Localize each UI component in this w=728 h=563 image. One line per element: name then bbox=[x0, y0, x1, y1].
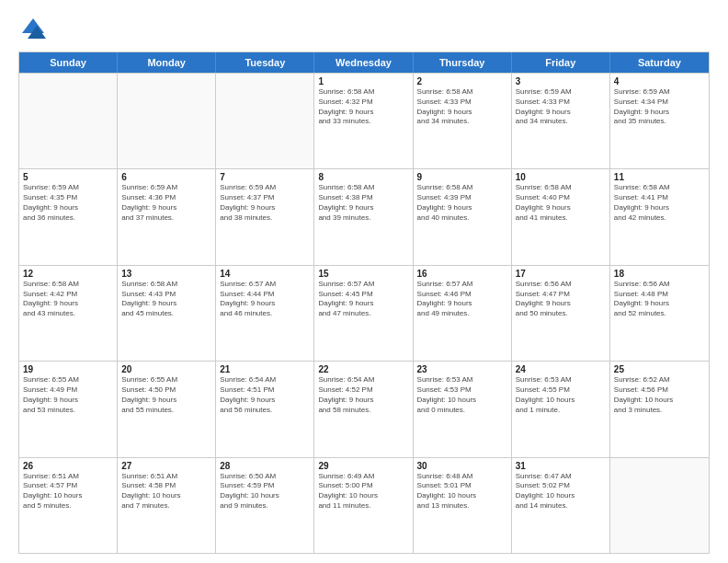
calendar-cell: 21Sunrise: 6:54 AMSunset: 4:51 PMDayligh… bbox=[216, 362, 314, 456]
day-number: 24 bbox=[516, 364, 606, 374]
calendar-cell: 12Sunrise: 6:58 AMSunset: 4:42 PMDayligh… bbox=[19, 266, 118, 361]
calendar-cell: 18Sunrise: 6:56 AMSunset: 4:48 PMDayligh… bbox=[610, 266, 709, 361]
day-info: Sunrise: 6:47 AMSunset: 5:02 PMDaylight:… bbox=[516, 472, 606, 511]
calendar-cell: 14Sunrise: 6:57 AMSunset: 4:44 PMDayligh… bbox=[216, 266, 314, 361]
calendar-cell: 3Sunrise: 6:59 AMSunset: 4:33 PMDaylight… bbox=[512, 74, 610, 168]
day-info: Sunrise: 6:55 AMSunset: 4:50 PMDaylight:… bbox=[121, 375, 211, 415]
calendar-cell: 25Sunrise: 6:52 AMSunset: 4:56 PMDayligh… bbox=[610, 362, 709, 456]
calendar-cell: 9Sunrise: 6:58 AMSunset: 4:39 PMDaylight… bbox=[414, 169, 512, 264]
day-number: 15 bbox=[318, 269, 408, 279]
weekday-header: Saturday bbox=[610, 52, 709, 73]
day-info: Sunrise: 6:58 AMSunset: 4:40 PMDaylight:… bbox=[516, 183, 606, 223]
calendar-cell: 5Sunrise: 6:59 AMSunset: 4:35 PMDaylight… bbox=[19, 169, 118, 264]
calendar-cell: 7Sunrise: 6:59 AMSunset: 4:37 PMDaylight… bbox=[216, 169, 314, 264]
calendar-cell: 27Sunrise: 6:51 AMSunset: 4:58 PMDayligh… bbox=[118, 458, 216, 553]
weekday-header: Friday bbox=[512, 52, 610, 73]
day-number: 29 bbox=[318, 461, 408, 471]
day-info: Sunrise: 6:59 AMSunset: 4:37 PMDaylight:… bbox=[220, 183, 310, 223]
day-number: 8 bbox=[318, 172, 408, 182]
day-number: 18 bbox=[614, 269, 705, 279]
calendar-cell: 6Sunrise: 6:59 AMSunset: 4:36 PMDaylight… bbox=[118, 169, 216, 264]
day-info: Sunrise: 6:50 AMSunset: 4:59 PMDaylight:… bbox=[220, 472, 310, 511]
calendar-cell bbox=[19, 74, 118, 168]
calendar-cell: 10Sunrise: 6:58 AMSunset: 4:40 PMDayligh… bbox=[512, 169, 610, 264]
calendar-cell: 16Sunrise: 6:57 AMSunset: 4:46 PMDayligh… bbox=[414, 266, 512, 361]
day-info: Sunrise: 6:58 AMSunset: 4:32 PMDaylight:… bbox=[318, 87, 408, 127]
day-info: Sunrise: 6:58 AMSunset: 4:41 PMDaylight:… bbox=[614, 183, 705, 223]
day-info: Sunrise: 6:56 AMSunset: 4:47 PMDaylight:… bbox=[516, 280, 606, 319]
calendar-cell: 2Sunrise: 6:58 AMSunset: 4:33 PMDaylight… bbox=[414, 74, 512, 168]
weekday-header: Wednesday bbox=[314, 52, 413, 73]
day-number: 16 bbox=[417, 269, 507, 279]
day-number: 2 bbox=[417, 76, 507, 86]
day-number: 17 bbox=[516, 269, 606, 279]
svg-marker-0 bbox=[22, 18, 44, 33]
day-number: 12 bbox=[23, 269, 113, 279]
day-info: Sunrise: 6:58 AMSunset: 4:43 PMDaylight:… bbox=[121, 280, 211, 319]
day-number: 5 bbox=[23, 172, 113, 182]
day-info: Sunrise: 6:57 AMSunset: 4:44 PMDaylight:… bbox=[220, 280, 310, 319]
day-info: Sunrise: 6:58 AMSunset: 4:38 PMDaylight:… bbox=[318, 183, 408, 223]
day-number: 9 bbox=[417, 172, 507, 182]
day-number: 7 bbox=[220, 172, 310, 182]
day-number: 1 bbox=[318, 76, 408, 86]
day-number: 25 bbox=[614, 364, 705, 374]
day-number: 28 bbox=[220, 461, 310, 471]
day-info: Sunrise: 6:56 AMSunset: 4:48 PMDaylight:… bbox=[614, 280, 705, 319]
calendar-cell bbox=[610, 458, 709, 553]
calendar-cell: 17Sunrise: 6:56 AMSunset: 4:47 PMDayligh… bbox=[512, 266, 610, 361]
calendar: SundayMondayTuesdayWednesdayThursdayFrid… bbox=[18, 52, 710, 554]
day-info: Sunrise: 6:59 AMSunset: 4:34 PMDaylight:… bbox=[614, 87, 705, 127]
day-number: 19 bbox=[23, 364, 113, 374]
calendar-cell: 4Sunrise: 6:59 AMSunset: 4:34 PMDaylight… bbox=[610, 74, 709, 168]
calendar-cell bbox=[216, 74, 314, 168]
day-number: 4 bbox=[614, 76, 705, 86]
calendar-cell: 11Sunrise: 6:58 AMSunset: 4:41 PMDayligh… bbox=[610, 169, 709, 264]
day-number: 20 bbox=[121, 364, 211, 374]
day-info: Sunrise: 6:52 AMSunset: 4:56 PMDaylight:… bbox=[614, 375, 705, 415]
calendar-row: 5Sunrise: 6:59 AMSunset: 4:35 PMDaylight… bbox=[19, 168, 709, 264]
day-number: 26 bbox=[23, 461, 113, 471]
calendar-body: 1Sunrise: 6:58 AMSunset: 4:32 PMDaylight… bbox=[19, 73, 709, 553]
calendar-cell: 20Sunrise: 6:55 AMSunset: 4:50 PMDayligh… bbox=[118, 362, 216, 456]
logo bbox=[18, 15, 53, 44]
day-number: 13 bbox=[121, 269, 211, 279]
calendar-cell: 1Sunrise: 6:58 AMSunset: 4:32 PMDaylight… bbox=[314, 74, 413, 168]
calendar-cell: 22Sunrise: 6:54 AMSunset: 4:52 PMDayligh… bbox=[314, 362, 413, 456]
day-number: 10 bbox=[516, 172, 606, 182]
header bbox=[18, 15, 710, 44]
day-info: Sunrise: 6:58 AMSunset: 4:33 PMDaylight:… bbox=[417, 87, 507, 127]
day-number: 21 bbox=[220, 364, 310, 374]
day-number: 14 bbox=[220, 269, 310, 279]
weekday-header: Sunday bbox=[19, 52, 118, 73]
day-info: Sunrise: 6:59 AMSunset: 4:33 PMDaylight:… bbox=[516, 87, 606, 127]
calendar-row: 19Sunrise: 6:55 AMSunset: 4:49 PMDayligh… bbox=[19, 361, 709, 456]
calendar-cell: 8Sunrise: 6:58 AMSunset: 4:38 PMDaylight… bbox=[314, 169, 413, 264]
day-info: Sunrise: 6:54 AMSunset: 4:52 PMDaylight:… bbox=[318, 375, 408, 415]
day-number: 27 bbox=[121, 461, 211, 471]
logo-icon bbox=[18, 15, 48, 44]
day-info: Sunrise: 6:49 AMSunset: 5:00 PMDaylight:… bbox=[318, 472, 408, 511]
day-number: 31 bbox=[516, 461, 606, 471]
day-info: Sunrise: 6:48 AMSunset: 5:01 PMDaylight:… bbox=[417, 472, 507, 511]
day-info: Sunrise: 6:58 AMSunset: 4:42 PMDaylight:… bbox=[23, 280, 113, 319]
calendar-cell bbox=[118, 74, 216, 168]
calendar-cell: 23Sunrise: 6:53 AMSunset: 4:53 PMDayligh… bbox=[414, 362, 512, 456]
calendar-cell: 29Sunrise: 6:49 AMSunset: 5:00 PMDayligh… bbox=[314, 458, 413, 553]
calendar-cell: 30Sunrise: 6:48 AMSunset: 5:01 PMDayligh… bbox=[414, 458, 512, 553]
weekday-header: Monday bbox=[118, 52, 216, 73]
calendar-header: SundayMondayTuesdayWednesdayThursdayFrid… bbox=[19, 52, 709, 73]
calendar-cell: 19Sunrise: 6:55 AMSunset: 4:49 PMDayligh… bbox=[19, 362, 118, 456]
calendar-cell: 13Sunrise: 6:58 AMSunset: 4:43 PMDayligh… bbox=[118, 266, 216, 361]
calendar-cell: 28Sunrise: 6:50 AMSunset: 4:59 PMDayligh… bbox=[216, 458, 314, 553]
day-number: 11 bbox=[614, 172, 705, 182]
day-number: 23 bbox=[417, 364, 507, 374]
day-info: Sunrise: 6:59 AMSunset: 4:35 PMDaylight:… bbox=[23, 183, 113, 223]
day-info: Sunrise: 6:51 AMSunset: 4:57 PMDaylight:… bbox=[23, 472, 113, 511]
day-info: Sunrise: 6:55 AMSunset: 4:49 PMDaylight:… bbox=[23, 375, 113, 415]
day-info: Sunrise: 6:59 AMSunset: 4:36 PMDaylight:… bbox=[121, 183, 211, 223]
calendar-cell: 31Sunrise: 6:47 AMSunset: 5:02 PMDayligh… bbox=[512, 458, 610, 553]
day-info: Sunrise: 6:53 AMSunset: 4:55 PMDaylight:… bbox=[516, 375, 606, 415]
day-number: 30 bbox=[417, 461, 507, 471]
day-info: Sunrise: 6:53 AMSunset: 4:53 PMDaylight:… bbox=[417, 375, 507, 415]
